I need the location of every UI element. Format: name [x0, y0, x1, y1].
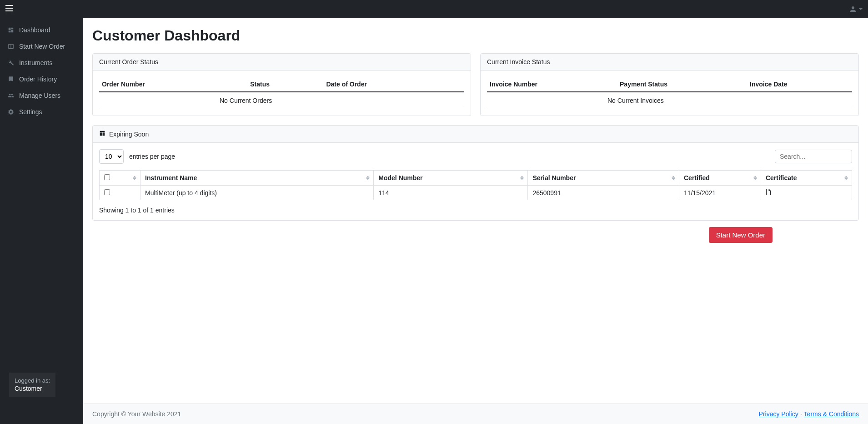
sidebar-item-label: Instruments	[19, 59, 52, 66]
table-row: MultiMeter (up to 4 digits) 114 26500991…	[100, 186, 852, 200]
card-header: Current Invoice Status	[481, 54, 858, 71]
login-prefix: Logged in as:	[15, 377, 50, 384]
card-header-label: Expiring Soon	[109, 131, 149, 138]
invoices-table: Invoice Number Payment Status Invoice Da…	[487, 77, 852, 109]
sidebar-item-label: Manage Users	[19, 92, 60, 99]
col-payment-status[interactable]: Payment Status	[617, 77, 747, 92]
card-header: Current Order Status	[93, 54, 471, 71]
card-header: Expiring Soon	[93, 126, 858, 143]
row-checkbox[interactable]	[104, 189, 110, 195]
col-invoice-number[interactable]: Invoice Number	[487, 77, 617, 92]
sidebar-item-settings[interactable]: Settings	[0, 104, 83, 120]
orders-empty: No Current Orders	[99, 92, 464, 109]
sidebar-item-order-history[interactable]: Order History	[0, 71, 83, 87]
page-title: Customer Dashboard	[92, 27, 859, 44]
table-icon	[99, 130, 105, 138]
user-icon	[849, 5, 857, 13]
sidebar: Dashboard Start New Order Instruments Or…	[0, 18, 83, 424]
expiring-table: Instrument Name Model Number Serial Numb…	[99, 170, 852, 200]
col-instrument-name[interactable]: Instrument Name	[140, 171, 374, 186]
cell-serial-number: 26500991	[528, 186, 679, 200]
col-invoice-date[interactable]: Invoice Date	[747, 77, 852, 92]
book-icon	[7, 76, 15, 82]
select-all-checkbox[interactable]	[104, 174, 110, 180]
sidebar-item-label: Order History	[19, 76, 57, 83]
footer: Copyright © Your Website 2021 Privacy Po…	[83, 404, 868, 424]
expiring-soon-card: Expiring Soon 10 entries per page	[92, 125, 859, 221]
search-input[interactable]	[775, 150, 852, 163]
privacy-policy-link[interactable]: Privacy Policy	[759, 410, 798, 418]
hamburger-icon[interactable]	[5, 5, 13, 13]
entries-per-page-select[interactable]: 10	[99, 149, 124, 164]
orders-table: Order Number Status Date of Order No Cur…	[99, 77, 464, 109]
start-new-order-button[interactable]: Start New Order	[709, 227, 773, 243]
main: Customer Dashboard Current Order Status …	[83, 18, 868, 424]
login-info: Logged in as: Customer	[9, 373, 55, 397]
sidebar-item-label: Dashboard	[19, 26, 50, 34]
sidebar-item-instruments[interactable]: Instruments	[0, 55, 83, 71]
users-icon	[7, 92, 15, 99]
current-order-status-card: Current Order Status Order Number Status…	[92, 53, 471, 116]
col-order-number[interactable]: Order Number	[99, 77, 247, 92]
login-role: Customer	[15, 385, 50, 392]
sidebar-item-dashboard[interactable]: Dashboard	[0, 22, 83, 38]
cell-certified: 11/15/2021	[679, 186, 761, 200]
pdf-icon[interactable]	[766, 189, 771, 197]
sidebar-item-start-new-order[interactable]: Start New Order	[0, 38, 83, 55]
col-serial-number[interactable]: Serial Number	[528, 171, 679, 186]
col-checkbox[interactable]	[100, 171, 140, 186]
sidebar-item-label: Start New Order	[19, 43, 65, 50]
terms-link[interactable]: Terms & Conditions	[804, 410, 859, 418]
wrench-icon	[7, 60, 15, 66]
cell-certificate	[761, 186, 852, 200]
user-menu[interactable]	[849, 5, 863, 13]
col-certificate[interactable]: Certificate	[761, 171, 852, 186]
invoices-empty: No Current Invoices	[487, 92, 852, 109]
caret-down-icon	[859, 8, 863, 10]
current-invoice-status-card: Current Invoice Status Invoice Number Pa…	[480, 53, 859, 116]
copyright: Copyright © Your Website 2021	[92, 410, 181, 418]
col-certified[interactable]: Certified	[679, 171, 761, 186]
topbar	[0, 0, 868, 18]
entries-label: entries per page	[129, 153, 175, 160]
col-date-of-order[interactable]: Date of Order	[323, 77, 464, 92]
col-model-number[interactable]: Model Number	[374, 171, 528, 186]
showing-entries: Showing 1 to 1 of 1 entries	[99, 207, 852, 214]
separator: ·	[800, 410, 802, 418]
sidebar-item-manage-users[interactable]: Manage Users	[0, 87, 83, 104]
gear-icon	[7, 109, 15, 115]
cell-model-number: 114	[374, 186, 528, 200]
cell-instrument-name: MultiMeter (up to 4 digits)	[140, 186, 374, 200]
columns-icon	[7, 43, 15, 50]
sidebar-item-label: Settings	[19, 108, 42, 116]
col-status[interactable]: Status	[247, 77, 323, 92]
dashboard-icon	[7, 27, 15, 33]
